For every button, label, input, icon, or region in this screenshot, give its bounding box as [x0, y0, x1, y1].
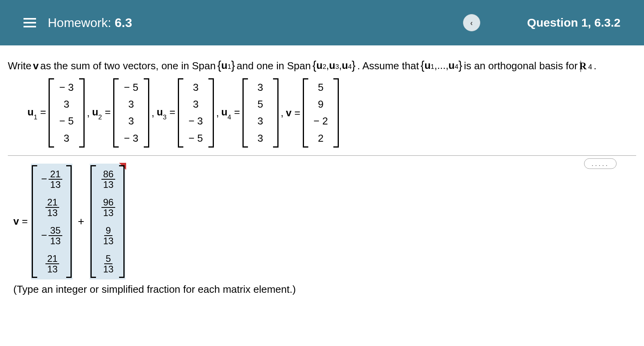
answer-cell[interactable]: 9613	[100, 196, 115, 219]
answer-lhs: v =	[13, 215, 28, 227]
cell: − 3	[188, 115, 204, 127]
menu-icon[interactable]	[24, 18, 36, 27]
cell: 3	[59, 98, 74, 110]
answer-row: v = −2113 2113 −3513 2113 + 8613 9613 91…	[8, 164, 636, 279]
cell: − 5	[123, 81, 139, 94]
cell: 5	[313, 81, 329, 94]
header-bar: Homework: 6.3 ‹ Question 1, 6.3.2	[0, 0, 644, 45]
cell: 3	[123, 98, 139, 110]
comma: ,	[87, 107, 90, 119]
u1-label: u1 =	[27, 106, 46, 120]
matrix-u2: − 5 3 3 − 3	[113, 78, 149, 148]
answer-cell[interactable]: 8613	[100, 168, 115, 191]
answer-cell[interactable]: −2113	[41, 168, 62, 191]
vector-v-symbol: v	[33, 59, 38, 73]
cell: − 3	[59, 81, 74, 94]
answer-matrix-1[interactable]: −2113 2113 −3513 2113	[31, 164, 72, 279]
comma: ,	[216, 107, 219, 119]
u2-label: u2 =	[92, 106, 111, 120]
cell: 3	[188, 81, 204, 94]
cell: − 5	[188, 132, 204, 144]
title-number: 6.3	[115, 16, 132, 30]
title-prefix: Homework:	[48, 16, 115, 30]
divider-wrap: .....	[8, 155, 636, 156]
cell: − 2	[313, 115, 329, 127]
exponent: 4	[588, 62, 592, 72]
matrix-u4: 3 5 3 3	[242, 78, 279, 148]
prompt-text: is an orthogonal basis for	[464, 59, 578, 73]
answer-cell[interactable]: 2113	[44, 196, 59, 219]
more-options-pill[interactable]: .....	[584, 158, 617, 169]
basis-set: u1,...,u4	[420, 57, 462, 74]
prompt-text: . Assume that	[357, 59, 419, 73]
input-hint: (Type an integer or simplified fraction …	[8, 283, 636, 296]
cell: − 3	[123, 132, 139, 144]
cell: 3	[59, 132, 74, 144]
cell: 9	[313, 98, 329, 110]
matrix-u3: 3 3 − 3 − 5	[178, 78, 214, 148]
chevron-left-icon: ‹	[470, 18, 473, 27]
v-label: v =	[286, 107, 300, 119]
prompt-text: as the sum of two vectors, one in Span	[40, 59, 216, 73]
question-prompt: Write v as the sum of two vectors, one i…	[8, 57, 636, 74]
header-left: Homework: 6.3	[24, 16, 132, 30]
answer-matrix-2[interactable]: 8613 9613 913 513	[90, 164, 125, 279]
answer-cell[interactable]: 2113	[44, 252, 59, 276]
question-label: Question 1, 6.3.2	[527, 16, 628, 29]
real-numbers-symbol: R	[579, 59, 587, 73]
cell: 3	[253, 115, 268, 127]
cell: 2	[313, 132, 329, 144]
cell: − 5	[59, 115, 74, 127]
cell: 3	[253, 132, 268, 144]
cell: 3	[188, 98, 204, 110]
prompt-text: .	[594, 59, 597, 73]
plus-sign: +	[76, 215, 87, 228]
header-right: ‹ Question 1, 6.3.2	[463, 14, 628, 31]
span-set-2: u2,u3,u4	[312, 57, 355, 74]
content-area: Write v as the sum of two vectors, one i…	[0, 45, 644, 299]
answer-cell[interactable]: 513	[100, 252, 115, 276]
matrix-v: 5 9 − 2 2	[303, 78, 339, 148]
cell: 5	[253, 98, 268, 110]
back-button[interactable]: ‹	[463, 14, 480, 31]
answer-cell[interactable]: 913	[100, 224, 115, 247]
divider	[8, 155, 636, 156]
cell: 3	[253, 81, 268, 94]
u3-label: u3 =	[157, 106, 175, 120]
vectors-definition-row: u1 = − 3 3 − 5 3 , u2 = − 5 3 3 − 3 ,	[8, 78, 636, 148]
matrix-u1: − 3 3 − 5 3	[49, 78, 85, 148]
comma: ,	[281, 107, 284, 119]
prompt-text: Write	[8, 59, 31, 73]
cell: 3	[123, 115, 139, 127]
prompt-text: and one in Span	[237, 59, 311, 73]
page-title: Homework: 6.3	[48, 16, 132, 30]
u4-label: u4 =	[221, 106, 240, 120]
span-set-1: u1	[217, 57, 235, 74]
comma: ,	[152, 107, 154, 119]
answer-cell[interactable]: −3513	[41, 224, 62, 247]
